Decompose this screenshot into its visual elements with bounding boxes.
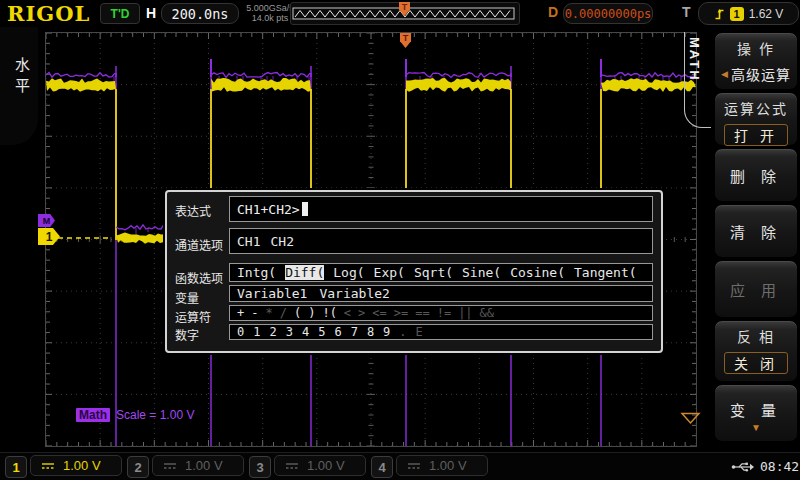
dialog-token[interactable]: Sqrt( [414, 265, 453, 280]
dialog-token[interactable]: Sine( [462, 265, 501, 280]
dialog-token[interactable]: Variable1 [237, 286, 307, 301]
dialog-token[interactable]: 5 [318, 325, 325, 339]
dialog-token[interactable]: > [358, 306, 365, 320]
dialog-field-options[interactable]: CH1CH2 [229, 228, 653, 254]
softkey-value: 打 开 [724, 124, 788, 146]
dialog-field-options[interactable]: +-*/()!(<><=>===!=||&& [229, 305, 653, 321]
menu-left-arrow-icon: ◀ [721, 69, 729, 79]
dialog-token[interactable]: Exp( [374, 265, 405, 280]
channel-4-badge[interactable]: 4 [371, 456, 393, 478]
dialog-token[interactable]: + [237, 306, 244, 320]
dialog-token[interactable]: && [480, 306, 494, 320]
horizontal-label: H [146, 5, 156, 21]
softkey-清除[interactable]: 清 除 [714, 204, 798, 258]
softkey-title: 运算公式 [724, 98, 788, 118]
dialog-token[interactable]: ( [294, 306, 301, 320]
channel-scale-value: 1.00 V [429, 458, 467, 473]
channel-1-badge[interactable]: 1 [5, 456, 27, 478]
expression-value: CH1+CH2> [237, 202, 300, 217]
dialog-token[interactable]: E [416, 325, 423, 339]
dialog-row-label: 函数选项 [175, 269, 223, 286]
dialog-field-input[interactable]: CH1+CH2> [229, 196, 653, 222]
channel-1-scale-readout[interactable]: 1.00 V [30, 455, 122, 476]
dialog-token[interactable]: 9 [383, 325, 390, 339]
dialog-token[interactable]: CH1 [237, 234, 260, 249]
softkey-操作[interactable]: 操 作◀高级运算 [714, 32, 798, 90]
timebase-value: 200.0ns [172, 6, 229, 22]
dialog-token[interactable]: < [344, 306, 351, 320]
math-badge: Math [76, 408, 110, 422]
softkey-value: 关 闭 [724, 352, 788, 374]
softkey-反相[interactable]: 反 相关 闭 [714, 320, 798, 382]
text-cursor [302, 202, 308, 216]
channel-3-scale-readout[interactable]: 1.00 V [274, 455, 366, 476]
dialog-token[interactable]: 7 [351, 325, 358, 339]
softkey-删除[interactable]: 删 除 [714, 148, 798, 202]
dialog-field-options[interactable]: 0123456789.E [229, 324, 653, 340]
dialog-token[interactable]: CH2 [270, 234, 293, 249]
trigger-label: T [682, 4, 691, 20]
softkey-value-text: 打 开 [724, 124, 788, 146]
softkey-title: 反 相 [737, 326, 775, 346]
trigger-info-readout: 1 1.62 V [698, 2, 799, 25]
delay-value: 0.00000000ps [565, 7, 652, 21]
dialog-token[interactable]: 8 [367, 325, 374, 339]
softkey-变量[interactable]: 变 量▼ [714, 384, 798, 442]
dialog-token[interactable]: 2 [269, 325, 276, 339]
math-menu-tab[interactable]: MATH [687, 37, 702, 82]
dialog-token[interactable]: <= [372, 306, 386, 320]
dialog-token[interactable]: || [458, 306, 472, 320]
dialog-token[interactable]: Variable2 [319, 286, 389, 301]
dialog-field-options[interactable]: Intg(Diff(Log(Exp(Sqrt(Sine(Cosine(Tange… [229, 263, 653, 282]
channel-3-badge[interactable]: 3 [249, 456, 271, 478]
dc-coupling-icon [285, 461, 299, 471]
channel-2-scale-readout[interactable]: 1.00 V [152, 455, 244, 476]
dialog-token[interactable]: Intg( [237, 265, 276, 280]
trigger-source-badge: 1 [730, 7, 744, 21]
dialog-token[interactable]: 1 [253, 325, 260, 339]
dc-coupling-icon [41, 461, 55, 471]
rigol-logo: RIGOL [7, 1, 90, 26]
channel-2-badge[interactable]: 2 [127, 456, 149, 478]
dialog-token[interactable]: / [280, 306, 287, 320]
dialog-token[interactable]: Tangent( [574, 265, 637, 280]
dialog-token[interactable]: != [437, 306, 451, 320]
dialog-token[interactable]: Cosine( [510, 265, 565, 280]
dialog-token[interactable]: . [399, 325, 406, 339]
softkey-label: 应 用 [730, 279, 782, 300]
channel-4-scale-readout[interactable]: 1.00 V [396, 455, 488, 476]
dialog-token[interactable]: * [265, 306, 272, 320]
dc-coupling-icon [163, 461, 177, 471]
oscilloscope-screen: RIGOL T'D H 200.0ns 5.000GSa/s 14.0k pts… [0, 0, 800, 480]
advanced-math-expression-dialog: 表达式CH1+CH2>通道选项CH1CH2函数选项Intg(Diff(Log(E… [165, 190, 663, 353]
dialog-row-label: 数字 [175, 326, 199, 343]
dialog-token[interactable]: >= [394, 306, 408, 320]
dialog-token[interactable]: 0 [237, 325, 244, 339]
dialog-token[interactable]: !( [322, 306, 336, 320]
horizontal-menu-tab[interactable]: 水平 [0, 27, 38, 145]
dc-coupling-icon [407, 461, 421, 471]
dialog-token[interactable]: Log( [333, 265, 364, 280]
dialog-row-label: 变量 [175, 289, 199, 306]
dialog-token[interactable]: 6 [334, 325, 341, 339]
softkey-value: ◀高级运算 [721, 64, 791, 84]
dialog-token[interactable]: == [415, 306, 429, 320]
dialog-row-label: 表达式 [175, 202, 211, 219]
dialog-token[interactable]: Diff( [285, 265, 324, 280]
dialog-token[interactable]: ) [308, 306, 315, 320]
timebase-readout[interactable]: 200.0ns [161, 3, 239, 24]
dialog-token[interactable]: 3 [286, 325, 293, 339]
dialog-token[interactable]: - [251, 306, 258, 320]
softkey-运算公式[interactable]: 运算公式打 开 [714, 92, 798, 146]
softkey-label: 变 量 [730, 399, 782, 420]
trigger-slope-icon [714, 6, 725, 21]
usb-icon [731, 461, 755, 473]
dialog-field-options[interactable]: Variable1Variable2 [229, 285, 653, 302]
delay-readout: 0.00000000ps [563, 3, 653, 24]
softkey-label: 清 除 [730, 221, 782, 242]
dialog-token[interactable]: 4 [302, 325, 309, 339]
top-status-bar: RIGOL T'D H 200.0ns 5.000GSa/s 14.0k pts… [0, 0, 800, 27]
softkey-value-text: 高级运算 [731, 64, 791, 84]
softkey-title: 操 作 [737, 38, 775, 58]
softkey-应用[interactable]: 应 用 [714, 260, 798, 318]
